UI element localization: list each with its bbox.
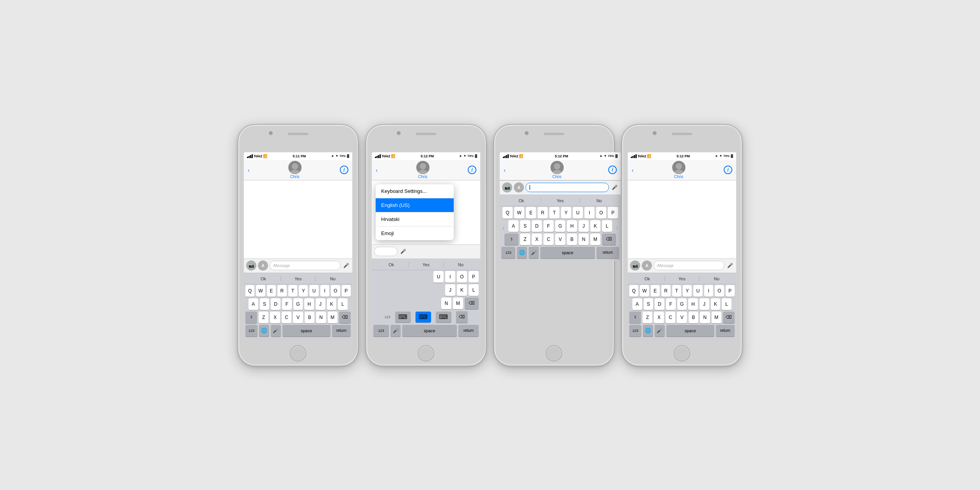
- key-u-3[interactable]: U: [573, 207, 583, 219]
- key-e-1[interactable]: E: [267, 285, 276, 297]
- pred-no-3[interactable]: No: [580, 198, 618, 203]
- key-p-1[interactable]: P: [342, 285, 351, 297]
- keyboard-popup-menu[interactable]: Keyboard Settings... English (US) Hrvats…: [376, 184, 454, 240]
- key-f-4[interactable]: F: [666, 298, 676, 310]
- kb-sel-right[interactable]: ⌨: [436, 312, 451, 323]
- key-o-4[interactable]: O: [715, 285, 724, 297]
- key-f-1[interactable]: F: [282, 298, 292, 310]
- delete-key-4[interactable]: ⌫: [723, 312, 735, 323]
- key-i-4[interactable]: I: [704, 285, 713, 297]
- key-b-3[interactable]: B: [567, 233, 577, 245]
- key-d-3[interactable]: D: [532, 220, 542, 232]
- pred-yes-2[interactable]: Yes: [409, 262, 444, 267]
- key-l-3[interactable]: L: [602, 220, 612, 232]
- key-i-3[interactable]: I: [584, 207, 595, 219]
- key-n-2[interactable]: N: [441, 298, 451, 309]
- key-o-2[interactable]: O: [457, 271, 467, 283]
- key-j-4[interactable]: J: [699, 298, 709, 310]
- imessage-input-2[interactable]: [374, 247, 398, 256]
- key-t-1[interactable]: T: [288, 285, 297, 297]
- popup-english-us[interactable]: English (US): [376, 198, 454, 212]
- key-a-1[interactable]: A: [249, 298, 258, 310]
- back-button-3[interactable]: ‹: [504, 167, 506, 173]
- delete-key-3[interactable]: ⌫: [602, 233, 616, 245]
- pred-yes-4[interactable]: Yes: [665, 276, 699, 281]
- key-v-3[interactable]: V: [555, 233, 565, 245]
- key-x-1[interactable]: X: [270, 312, 280, 323]
- camera-button-4[interactable]: 📷: [630, 260, 640, 271]
- key-g-1[interactable]: G: [293, 298, 303, 310]
- keyboard-left-chevron[interactable]: ‹: [502, 223, 505, 232]
- key-q-4[interactable]: Q: [629, 285, 638, 297]
- key-r-4[interactable]: R: [661, 285, 670, 297]
- key-w-4[interactable]: W: [640, 285, 649, 297]
- key-123-3[interactable]: 123: [501, 247, 515, 258]
- mic-key-1[interactable]: 🎤: [271, 325, 281, 337]
- shift-key-4[interactable]: ⇧: [629, 312, 641, 323]
- delete-key-1[interactable]: ⌫: [339, 312, 351, 323]
- shift-key-1[interactable]: ⇧: [245, 312, 257, 323]
- pred-yes-1[interactable]: Yes: [281, 276, 316, 281]
- key-c-4[interactable]: C: [666, 312, 675, 323]
- key-o-3[interactable]: O: [596, 207, 606, 219]
- key-m-1[interactable]: M: [328, 312, 337, 323]
- key-y-3[interactable]: Y: [561, 207, 571, 219]
- key-h-4[interactable]: H: [688, 298, 698, 310]
- key-d-1[interactable]: D: [271, 298, 281, 310]
- key-s-3[interactable]: S: [520, 220, 530, 232]
- key-b-4[interactable]: B: [689, 312, 698, 323]
- mic-key-3[interactable]: 🎤: [529, 247, 539, 258]
- space-key-4[interactable]: space: [666, 325, 714, 337]
- back-button-2[interactable]: ‹: [376, 167, 378, 173]
- imessage-input-1[interactable]: iMessage: [270, 261, 341, 270]
- key-x-4[interactable]: X: [654, 312, 664, 323]
- key-u-1[interactable]: U: [309, 285, 318, 297]
- delete-key-2b[interactable]: ⌫: [456, 311, 468, 323]
- key-m-2[interactable]: M: [453, 298, 463, 309]
- key-i-1[interactable]: I: [320, 285, 329, 297]
- key-u-2[interactable]: U: [433, 271, 444, 283]
- key-o-1[interactable]: O: [331, 285, 340, 297]
- pred-ok-1[interactable]: Ok: [246, 276, 281, 281]
- key-s-1[interactable]: S: [260, 298, 270, 310]
- key-g-3[interactable]: G: [555, 220, 565, 232]
- back-button-4[interactable]: ‹: [632, 167, 634, 173]
- pred-ok-4[interactable]: Ok: [630, 276, 665, 281]
- popup-emoji[interactable]: Emoji: [376, 226, 454, 240]
- key-y-1[interactable]: Y: [299, 285, 308, 297]
- key-h-1[interactable]: H: [304, 298, 314, 310]
- pred-no-1[interactable]: No: [316, 276, 350, 281]
- mic-icon-3[interactable]: 🎤: [611, 185, 618, 190]
- key-j-3[interactable]: J: [579, 220, 589, 232]
- mic-key-2[interactable]: 🎤: [391, 325, 401, 337]
- key-r-3[interactable]: R: [538, 207, 548, 219]
- appstore-button-1[interactable]: A: [258, 260, 268, 271]
- pred-ok-3[interactable]: Ok: [502, 198, 541, 203]
- mic-icon-2[interactable]: 🎤: [399, 249, 407, 254]
- imessage-input-4[interactable]: iMessage: [653, 261, 724, 270]
- return-key-2[interactable]: return: [458, 325, 479, 337]
- imessage-input-3[interactable]: [526, 183, 609, 192]
- shift-key-3[interactable]: ⇧: [504, 233, 518, 245]
- info-button-4[interactable]: i: [724, 166, 732, 174]
- appstore-button-4[interactable]: A: [642, 260, 652, 271]
- key-s-4[interactable]: S: [644, 298, 653, 310]
- key-e-3[interactable]: E: [526, 207, 536, 219]
- key-m-4[interactable]: M: [712, 312, 721, 323]
- camera-button-1[interactable]: 📷: [246, 260, 256, 271]
- key-n-3[interactable]: N: [579, 233, 589, 245]
- key-k-3[interactable]: K: [590, 220, 600, 232]
- mic-key-4[interactable]: 🎤: [655, 325, 665, 337]
- home-button-1[interactable]: [290, 345, 306, 362]
- key-l-4[interactable]: L: [722, 298, 731, 310]
- kb-sel-center[interactable]: ⌨: [415, 312, 431, 323]
- key-p-2[interactable]: P: [469, 271, 479, 283]
- key-h-3[interactable]: H: [567, 220, 577, 232]
- return-key-1[interactable]: return: [332, 325, 351, 337]
- key-z-4[interactable]: Z: [643, 312, 652, 323]
- globe-key-4[interactable]: 🌐: [643, 325, 653, 337]
- home-button-4[interactable]: [674, 345, 690, 362]
- keyboard-right-chevron[interactable]: ›: [616, 223, 618, 232]
- key-123-4[interactable]: 123: [629, 325, 641, 337]
- back-button-1[interactable]: ‹: [248, 167, 250, 173]
